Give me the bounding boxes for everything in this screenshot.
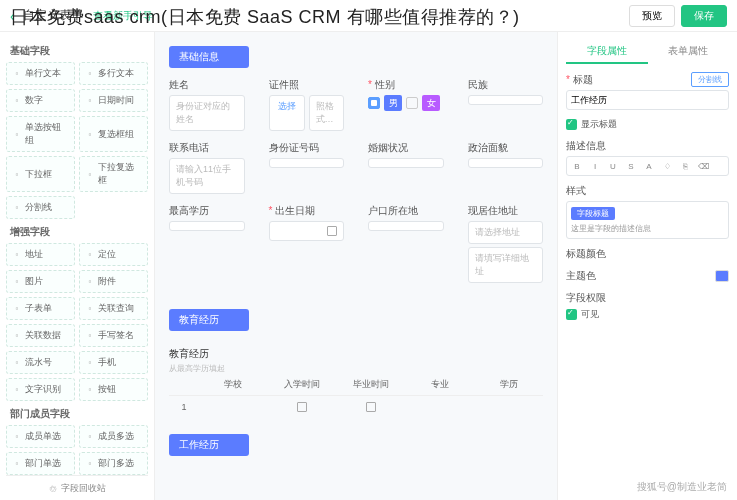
field-type-item[interactable]: ▫文字识别 bbox=[6, 378, 75, 401]
field-type-item[interactable]: ▫图片 bbox=[6, 270, 75, 293]
select-nation[interactable] bbox=[468, 95, 544, 105]
tab-form-props[interactable]: 表单属性 bbox=[648, 40, 730, 64]
field-group-title: 增强字段 bbox=[6, 219, 148, 243]
field-type-item[interactable]: ▫成员多选 bbox=[79, 425, 148, 448]
select-marital[interactable] bbox=[368, 158, 444, 168]
field-type-item[interactable]: ▫成员单选 bbox=[6, 425, 75, 448]
field-type-item[interactable]: ▫定位 bbox=[79, 243, 148, 266]
field-type-icon: ▫ bbox=[85, 432, 95, 442]
label-edu: 最高学历 bbox=[169, 204, 245, 218]
color-swatch[interactable] bbox=[715, 270, 729, 282]
edu-table-head: 学校 入学时间 毕业时间 专业 学历 bbox=[169, 374, 543, 396]
edu-title: 教育经历 bbox=[169, 347, 543, 361]
field-type-icon: ▫ bbox=[12, 129, 22, 139]
input-birth[interactable] bbox=[269, 221, 345, 241]
recycle-bin[interactable]: ♲ 字段回收站 bbox=[6, 475, 148, 500]
show-title-checkbox[interactable]: 显示标题 bbox=[566, 118, 729, 131]
label-nation: 民族 bbox=[468, 78, 544, 92]
section-basic[interactable]: 基础信息 bbox=[169, 46, 249, 68]
field-type-item[interactable]: ▫手写签名 bbox=[79, 324, 148, 347]
field-type-item[interactable]: ▫子表单 bbox=[6, 297, 75, 320]
field-type-icon: ▫ bbox=[12, 432, 22, 442]
input-huji[interactable] bbox=[368, 221, 444, 231]
cert-hint: 照格式… bbox=[309, 95, 345, 131]
edu-table-row[interactable]: 1 bbox=[169, 396, 543, 418]
clear-icon[interactable]: ⌫ bbox=[695, 159, 711, 173]
edu-hint: 从最高学历填起 bbox=[169, 363, 543, 374]
theme-color-label: 主题色 bbox=[566, 269, 596, 283]
link-icon[interactable]: ⎘ bbox=[677, 159, 693, 173]
select-live-addr[interactable]: 请选择地址 bbox=[468, 221, 544, 244]
label-live: 现居住地址 bbox=[468, 204, 544, 218]
field-type-icon: ▫ bbox=[85, 358, 95, 368]
tab-field-props[interactable]: 字段属性 bbox=[566, 40, 648, 64]
field-type-item[interactable]: ▫关联数据 bbox=[6, 324, 75, 347]
cert-select-button[interactable]: 选择 bbox=[269, 95, 305, 131]
calendar-icon bbox=[366, 402, 376, 412]
label-phone: 联系电话 bbox=[169, 141, 245, 155]
field-type-item[interactable]: ▫部门单选 bbox=[6, 452, 75, 475]
label-politics: 政治面貌 bbox=[468, 141, 544, 155]
radio-male-check[interactable] bbox=[368, 97, 380, 109]
select-politics[interactable] bbox=[468, 158, 544, 168]
check-icon bbox=[566, 309, 577, 320]
field-type-icon: ▫ bbox=[12, 459, 22, 469]
field-type-icon: ▫ bbox=[85, 459, 95, 469]
field-type-icon: ▫ bbox=[12, 96, 22, 106]
badge-male: 男 bbox=[384, 95, 402, 111]
prop-desc-label: 描述信息 bbox=[566, 139, 729, 153]
save-button[interactable]: 保存 bbox=[681, 5, 727, 27]
form-canvas: 基础信息 姓名身份证对应的姓名 证件照选择照格式… 性别 男 女 民族 联系电话… bbox=[155, 32, 557, 500]
field-type-item[interactable]: ▫日期时间 bbox=[79, 89, 148, 112]
field-type-item[interactable]: ▫复选框组 bbox=[79, 116, 148, 152]
field-type-item[interactable]: ▫手机 bbox=[79, 351, 148, 374]
field-type-item[interactable]: ▫地址 bbox=[6, 243, 75, 266]
radio-female-check[interactable] bbox=[406, 97, 418, 109]
field-type-item[interactable]: ▫单选按钮组 bbox=[6, 116, 75, 152]
italic-icon[interactable]: I bbox=[587, 159, 603, 173]
sidebar: 基础字段▫单行文本▫多行文本▫数字▫日期时间▫单选按钮组▫复选框组▫下拉框▫下拉… bbox=[0, 32, 155, 500]
perm-visible-checkbox[interactable]: 可见 bbox=[566, 308, 729, 321]
underline-icon[interactable]: U bbox=[605, 159, 621, 173]
divider-badge[interactable]: 分割线 bbox=[691, 72, 729, 87]
field-type-item[interactable]: ▫按钮 bbox=[79, 378, 148, 401]
prop-title-input[interactable] bbox=[566, 90, 729, 110]
field-type-item[interactable]: ▫关联查询 bbox=[79, 297, 148, 320]
field-type-icon: ▫ bbox=[12, 385, 22, 395]
field-type-icon: ▫ bbox=[85, 96, 95, 106]
rich-text-toolbar[interactable]: B I U S A ♢ ⎘ ⌫ bbox=[566, 156, 729, 176]
input-phone[interactable]: 请输入11位手机号码 bbox=[169, 158, 245, 194]
preview-button[interactable]: 预览 bbox=[629, 5, 675, 27]
section-work[interactable]: 工作经历 bbox=[169, 434, 249, 456]
font-icon[interactable]: A bbox=[641, 159, 657, 173]
properties-panel: 字段属性 表单属性 标题分割线 显示标题 描述信息 B I U S A ♢ ⎘ … bbox=[557, 32, 737, 500]
field-type-item[interactable]: ▫单行文本 bbox=[6, 62, 75, 85]
field-type-icon: ▫ bbox=[12, 169, 22, 179]
field-type-item[interactable]: ▫下拉复选框 bbox=[79, 156, 148, 192]
select-edu[interactable] bbox=[169, 221, 245, 231]
field-type-item[interactable]: ▫流水号 bbox=[6, 351, 75, 374]
field-type-item[interactable]: ▫部门多选 bbox=[79, 452, 148, 475]
color-icon[interactable]: ♢ bbox=[659, 159, 675, 173]
label-cert: 证件照 bbox=[269, 78, 345, 92]
overlay-title: 日本免费saas crm(日本免费 SaaS CRM 有哪些值得推荐的？) bbox=[10, 5, 520, 29]
field-type-icon: ▫ bbox=[85, 277, 95, 287]
field-type-item[interactable]: ▫分割线 bbox=[6, 196, 75, 219]
field-type-item[interactable]: ▫附件 bbox=[79, 270, 148, 293]
section-education[interactable]: 教育经历 bbox=[169, 309, 249, 331]
field-type-item[interactable]: ▫多行文本 bbox=[79, 62, 148, 85]
field-type-item[interactable]: ▫下拉框 bbox=[6, 156, 75, 192]
field-type-icon: ▫ bbox=[85, 169, 95, 179]
bold-icon[interactable]: B bbox=[569, 159, 585, 173]
gender-radio-group[interactable]: 男 女 bbox=[368, 95, 444, 111]
input-idcard[interactable] bbox=[269, 158, 345, 168]
style-preview[interactable]: 字段标题 这里是字段的描述信息 bbox=[566, 201, 729, 239]
input-name[interactable]: 身份证对应的姓名 bbox=[169, 95, 245, 131]
field-type-icon: ▫ bbox=[12, 203, 22, 213]
field-type-item[interactable]: ▫数字 bbox=[6, 89, 75, 112]
field-type-icon: ▫ bbox=[85, 69, 95, 79]
badge-female: 女 bbox=[422, 95, 440, 111]
label-gender: 性别 bbox=[368, 78, 444, 92]
input-live-detail[interactable]: 请填写详细地址 bbox=[468, 247, 544, 283]
strike-icon[interactable]: S bbox=[623, 159, 639, 173]
